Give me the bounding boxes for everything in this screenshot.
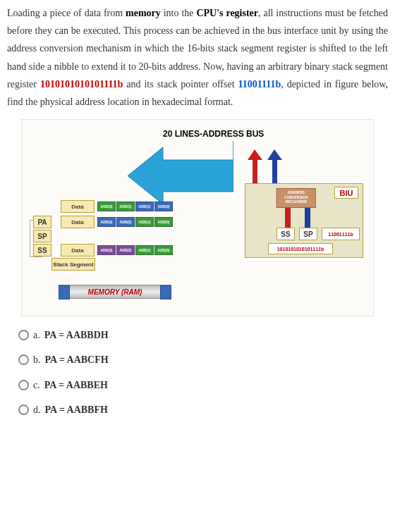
bus-title: 20 LINES-ADDRESS BUS — [163, 127, 264, 142]
biu-arrow-red-icon — [246, 149, 264, 185]
ss-binary-value: 1010101010101111b — [40, 79, 123, 89]
chip: ADD(2) — [116, 202, 135, 211]
radio-icon[interactable] — [18, 354, 29, 365]
conversion-box: ADDRESSCONVERSIONMECHANISM — [276, 188, 316, 208]
leg-red-icon — [285, 208, 291, 228]
address-diagram: 20 LINES-ADDRESS BUS Data ADD(3) ADD(2) … — [21, 119, 374, 316]
radio-icon[interactable] — [18, 380, 29, 390]
sp-label: SP — [33, 230, 51, 242]
q-text: and its stack pointer offset — [123, 79, 238, 89]
stack-segment-label: Stack Segment — [51, 258, 95, 271]
option-letter: c. — [33, 376, 40, 394]
mem-row-top: Data ADD(3) ADD(2) ADD(1) ADD(0) — [61, 199, 173, 214]
radio-icon[interactable] — [18, 404, 29, 415]
radio-icon[interactable] — [18, 330, 29, 340]
option-text: PA = AABBDH — [44, 326, 109, 344]
q-bold-cpu: CPU's register — [196, 8, 258, 18]
option-a[interactable]: a. PA = AABBDH — [18, 326, 388, 344]
option-letter: a. — [33, 326, 40, 344]
biu-ss-value: 1010101010101111b — [268, 243, 333, 254]
option-b[interactable]: b. PA = AABCFH — [18, 351, 388, 369]
chip: ADD(0) — [154, 202, 173, 211]
chip: ADD(2) — [116, 217, 135, 227]
q-text: , all instructions must be fetched befor… — [7, 8, 388, 89]
sp-binary-value: 11001111b — [238, 79, 281, 89]
biu-arrow-blue-icon — [266, 149, 284, 185]
memory-ram-bar: MEMORY (RAM) — [59, 285, 171, 299]
answer-options: a. PA = AABBDH b. PA = AABCFH c. PA = AA… — [7, 326, 388, 419]
biu-tag: BIU — [334, 187, 358, 199]
biu-ss-box: SS — [276, 228, 295, 240]
biu-panel: BIU ADDRESSCONVERSIONMECHANISM SS SP 110… — [245, 183, 363, 258]
option-d[interactable]: d. PA = AABBFH — [18, 401, 388, 419]
chip: ADD(1) — [135, 202, 154, 211]
q-bold-memory: memory — [126, 8, 161, 18]
mem-row-pa: Data ADD(3) ADD(2) ADD(1) ADD(0) — [61, 214, 173, 230]
data-cell: Data — [61, 200, 95, 213]
mem-row-ss: Data ADD(3) ADD(2) ADD(1) ADD(0) — [61, 242, 173, 258]
option-letter: b. — [33, 351, 41, 369]
chip: ADD(1) — [135, 217, 154, 227]
chip: ADD(0) — [154, 245, 173, 255]
option-text: PA = AABBFH — [45, 401, 108, 419]
option-text: PA = AABCFH — [45, 351, 109, 369]
chip: ADD(1) — [135, 245, 154, 255]
chip: ADD(0) — [154, 217, 173, 227]
biu-sp-box: SP — [299, 228, 317, 240]
pa-label: PA — [33, 216, 51, 228]
chip: ADD(3) — [97, 245, 116, 255]
biu-sp-value: 11001111b — [322, 228, 360, 240]
chip: ADD(3) — [97, 202, 116, 211]
data-cell: Data — [61, 244, 95, 256]
question-paragraph: Loading a piece of data from memory into… — [7, 4, 388, 111]
option-c[interactable]: c. PA = AABBEH — [18, 376, 388, 394]
ss-label: SS — [33, 244, 51, 256]
option-text: PA = AABBEH — [44, 376, 108, 394]
leg-blue-icon — [305, 208, 310, 228]
q-text: Loading a piece of data from — [7, 8, 126, 18]
option-letter: d. — [33, 401, 41, 419]
q-text: into the — [161, 8, 197, 18]
data-cell: Data — [61, 216, 95, 228]
bus-arrow-icon — [128, 141, 233, 204]
chip: ADD(2) — [116, 245, 135, 255]
chip: ADD(3) — [97, 217, 116, 227]
